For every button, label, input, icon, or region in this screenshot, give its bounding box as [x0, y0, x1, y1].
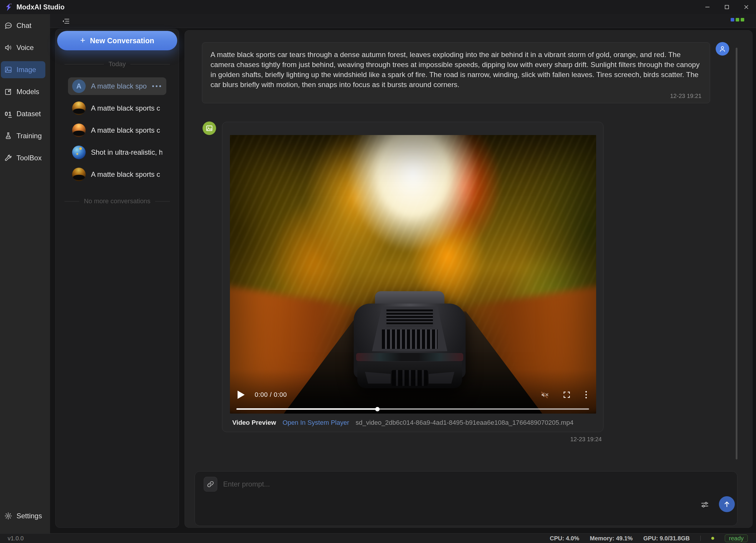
conversation-item[interactable]: A matte black sports c	[68, 122, 166, 139]
cpu-usage: CPU: 4.0%	[550, 535, 579, 542]
minimize-button[interactable]	[698, 0, 717, 14]
conversation-panel: + New Conversation Today A A matte black…	[55, 29, 179, 528]
user-message-text: A matte black sports car tears through a…	[210, 50, 702, 90]
sidebar-item-training[interactable]: Training	[1, 127, 45, 145]
conversation-title: A matte black sports c	[91, 170, 162, 179]
sidebar-item-label: Dataset	[16, 110, 41, 118]
app-title: ModxAI Studio	[16, 3, 65, 11]
video-player[interactable]: 0:00 / 0:00	[230, 135, 596, 413]
sidebar-item-label: ToolBox	[16, 154, 42, 162]
indicator-square-green	[736, 18, 739, 21]
mute-button[interactable]	[540, 390, 549, 399]
zero-one-icon: 01	[4, 111, 13, 117]
user-message-timestamp: 12-23 19:21	[210, 93, 702, 99]
conversation-avatar: A	[72, 79, 86, 93]
status-indicator-squares	[731, 18, 744, 21]
open-in-system-player-link[interactable]: Open In System Player	[283, 419, 349, 426]
conversation-list: A A matte black sports c A matte black s…	[56, 77, 179, 188]
conversation-item[interactable]: Shot in ultra-realistic, h	[68, 144, 166, 161]
sidebar-item-image[interactable]: Image	[1, 61, 45, 78]
chat-panel: A matte black sports car tears through a…	[185, 30, 752, 528]
close-button[interactable]	[737, 0, 756, 14]
speaker-icon	[4, 44, 13, 52]
conversation-title: Shot in ultra-realistic, h	[91, 148, 162, 157]
indicator-square-green	[741, 18, 744, 21]
video-preview-card: 0:00 / 0:00	[222, 122, 604, 432]
conversation-title: A matte black sports c	[91, 126, 162, 135]
gear-icon	[4, 512, 13, 520]
assistant-message-timestamp: 12-23 19:24	[222, 436, 604, 443]
title-bar: ModxAI Studio	[0, 0, 756, 14]
video-preview-label: Video Preview	[232, 419, 276, 426]
sidebar-item-label: Image	[16, 66, 36, 74]
sidebar-item-label: Models	[16, 88, 39, 96]
conversation-thumbnail	[72, 102, 86, 115]
conversation-item[interactable]: A matte black sports c	[68, 166, 166, 183]
sidebar-item-voice[interactable]: Voice	[1, 39, 45, 56]
prompt-composer	[195, 471, 737, 526]
video-menu-button[interactable]	[584, 390, 588, 399]
sidebar-item-label: Training	[16, 132, 42, 140]
video-progress-handle[interactable]	[375, 407, 380, 411]
gpu-usage: GPU: 9.0/31.8GB	[643, 535, 690, 542]
nav-sidebar: Chat Voice Image	[0, 14, 50, 533]
generation-settings-icon[interactable]	[699, 499, 710, 510]
flask-icon	[4, 132, 13, 140]
main-region: + New Conversation Today A A matte black…	[50, 14, 756, 533]
prompt-input[interactable]	[223, 477, 672, 491]
sidebar-item-chat[interactable]: Chat	[1, 17, 45, 34]
collapse-sidebar-button[interactable]	[59, 16, 72, 26]
conversation-item[interactable]: A A matte black sports c	[68, 77, 166, 95]
settings-label: Settings	[16, 512, 42, 520]
picture-icon	[4, 66, 13, 74]
maximize-button[interactable]	[717, 0, 737, 14]
conversation-title: A matte black sports c	[91, 82, 147, 90]
scrollbar[interactable]	[736, 48, 737, 459]
sidebar-item-label: Chat	[16, 21, 31, 30]
fullscreen-button[interactable]	[563, 391, 571, 399]
ready-status-badge: ready	[725, 534, 748, 542]
video-caption-row: Video Preview Open In System Player sd_v…	[232, 413, 597, 432]
video-controls: 0:00 / 0:00	[238, 389, 588, 400]
play-button[interactable]	[238, 391, 245, 399]
sidebar-item-label: Voice	[16, 44, 34, 52]
video-progress-fill	[236, 408, 377, 410]
sidebar-item-settings[interactable]: Settings	[0, 507, 50, 524]
conversation-item[interactable]: A matte black sports c	[68, 99, 166, 117]
app-logo-icon	[4, 3, 13, 11]
new-conversation-button[interactable]: + New Conversation	[57, 31, 177, 50]
sidebar-item-toolbox[interactable]: ToolBox	[1, 150, 45, 167]
sidebar-item-dataset[interactable]: 01 Dataset	[1, 105, 45, 122]
video-time-display: 0:00 / 0:00	[255, 391, 287, 398]
send-button[interactable]	[719, 496, 735, 512]
conversation-title: A matte black sports c	[91, 104, 162, 112]
user-message-bubble: A matte black sports car tears through a…	[202, 42, 710, 103]
no-more-conversations-label: No more conversations	[64, 197, 170, 205]
new-conversation-label: New Conversation	[90, 36, 154, 45]
plus-icon: +	[80, 36, 85, 45]
chat-bubble-icon	[4, 21, 13, 30]
indicator-square-blue	[731, 18, 734, 21]
attach-button[interactable]	[204, 477, 217, 491]
status-bar: v1.0.0 CPU: 4.0% Memory: 49.1% GPU: 9.0/…	[0, 533, 756, 543]
assistant-avatar	[203, 122, 216, 135]
video-filename: sd_video_2db6c014-86a9-4ad1-8495-b91eaa6…	[356, 419, 573, 426]
wrench-icon	[4, 154, 13, 162]
edit-square-icon	[4, 88, 13, 96]
user-avatar	[716, 42, 729, 56]
top-toolbar	[50, 14, 756, 28]
conversation-thumbnail	[72, 168, 86, 181]
app-version: v1.0.0	[8, 535, 24, 542]
status-divider	[700, 536, 701, 541]
today-divider: Today	[64, 60, 170, 68]
conversation-thumbnail	[72, 124, 86, 137]
video-progress-bar[interactable]	[236, 408, 589, 410]
sidebar-item-models[interactable]: Models	[1, 83, 45, 100]
conversation-menu-icon[interactable]	[152, 85, 162, 87]
memory-usage: Memory: 49.1%	[590, 535, 633, 542]
conversation-thumbnail	[72, 146, 86, 159]
ready-indicator-dot	[711, 537, 714, 540]
